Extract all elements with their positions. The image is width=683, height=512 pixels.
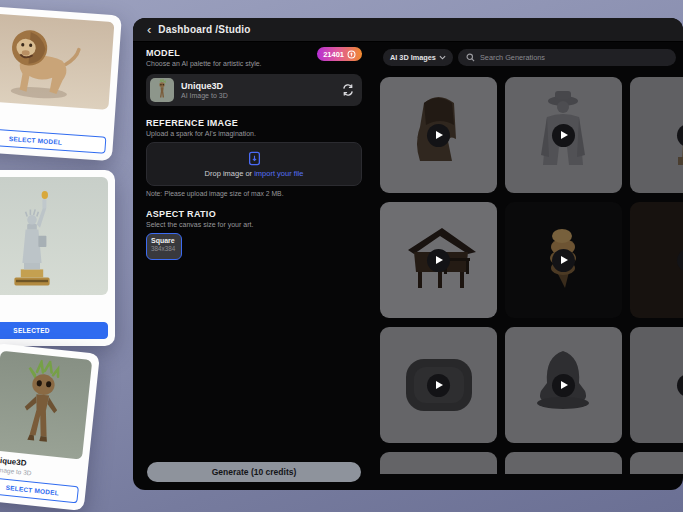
select-model-button[interactable]: SELECT MODEL <box>0 477 79 504</box>
image-dropzone[interactable]: Drop image or import your file <box>146 142 362 186</box>
selected-model-button[interactable]: SELECTED <box>0 322 108 339</box>
upload-note: Note: Please upload image size of max 2 … <box>146 190 362 197</box>
model-card-lion[interactable]: o 3D t to 3D SELECT MODEL <box>0 5 122 161</box>
gallery-filter-dropdown[interactable]: AI 3D Images <box>383 49 453 66</box>
credits-coin-icon <box>347 50 356 59</box>
lion-3d-preview <box>0 12 114 110</box>
credits-badge[interactable]: 21401 <box>317 47 362 61</box>
groot-thumb-image <box>154 79 170 102</box>
model-card-statue[interactable]: PAR3D Image to 3D SELECTED <box>0 170 115 346</box>
generate-button[interactable]: Generate (10 credits) <box>147 462 361 482</box>
generations-grid <box>380 77 683 474</box>
generation-settings-column: MODEL Choose an AI palette for artistic … <box>146 48 362 484</box>
statue-of-liberty-image <box>0 183 65 295</box>
selected-model-thumbnail <box>150 78 174 102</box>
aspect-option-label: Square <box>151 237 177 244</box>
model-section-subheading: Choose an AI palette for artistic style. <box>146 60 362 67</box>
generation-tile-stilt-hut[interactable] <box>380 202 497 318</box>
drop-text: Drop image or <box>205 169 255 178</box>
selected-model-card[interactable]: Unique3D AI Image to 3D <box>146 74 362 106</box>
panel-header: ‹ Dashboard /Studio <box>133 18 683 42</box>
select-model-button[interactable]: SELECT MODEL <box>0 127 106 154</box>
back-chevron-icon[interactable]: ‹ <box>147 23 151 36</box>
play-triangle <box>561 131 568 139</box>
play-icon[interactable] <box>552 249 575 272</box>
play-icon[interactable] <box>552 124 575 147</box>
groot-image <box>6 357 76 458</box>
reference-section-subheading: Upload a spark for AI's imagination. <box>146 130 362 137</box>
play-triangle <box>436 381 443 389</box>
statue-3d-preview <box>0 177 108 295</box>
change-model-icon[interactable] <box>342 84 354 96</box>
play-triangle <box>436 131 443 139</box>
red-character-thumbnail <box>630 202 683 318</box>
groot-3d-preview <box>0 351 92 460</box>
selected-model-name: Unique3D <box>181 81 335 91</box>
plain-thumbnail <box>380 452 497 474</box>
play-icon[interactable] <box>552 374 575 397</box>
generation-tile-statue[interactable] <box>630 77 683 193</box>
play-triangle <box>561 256 568 264</box>
chevron-down-icon <box>439 55 446 60</box>
gallery-filter-label: AI 3D Images <box>390 53 436 62</box>
model-card-groot[interactable]: Unique3D AI Image to 3D SELECT MODEL <box>0 343 100 511</box>
credits-count: 21401 <box>323 50 344 59</box>
selected-model-mode: AI Image to 3D <box>181 92 335 99</box>
studio-panel: ‹ Dashboard /Studio MODEL Choose an AI p… <box>133 18 683 490</box>
generation-tile-plain[interactable] <box>505 452 622 474</box>
generation-tile-suited-figure[interactable] <box>505 77 622 193</box>
model-card-title: PAR3D <box>0 300 108 309</box>
play-icon[interactable] <box>427 374 450 397</box>
reference-section-heading: REFERENCE IMAGE <box>146 118 362 128</box>
play-triangle <box>561 381 568 389</box>
generation-tile-soft-serve[interactable] <box>505 202 622 318</box>
aspect-section-heading: ASPECT RATIO <box>146 209 362 219</box>
upload-file-icon <box>248 151 261 166</box>
aspect-option-dimensions: 384x384 <box>151 245 177 252</box>
statue-thumbnail <box>630 77 683 193</box>
generation-tile-bust[interactable] <box>380 77 497 193</box>
generation-tile-plain[interactable] <box>630 452 683 474</box>
play-icon[interactable] <box>427 124 450 147</box>
generation-tile-plain[interactable] <box>380 452 497 474</box>
breadcrumb[interactable]: Dashboard /Studio <box>158 24 250 35</box>
search-input[interactable] <box>480 53 668 62</box>
plain-thumbnail <box>505 452 622 474</box>
aspect-option-square[interactable]: Square 384x384 <box>146 233 182 260</box>
gallery-search-bar[interactable] <box>458 49 676 66</box>
generation-tile-hooded-figure[interactable] <box>505 327 622 443</box>
search-icon <box>466 53 475 62</box>
generation-tile-red-character[interactable] <box>630 202 683 318</box>
generation-tile-tv-cushion[interactable] <box>380 327 497 443</box>
model-card-subtitle: Image to 3D <box>0 310 108 317</box>
play-icon[interactable] <box>427 249 450 272</box>
lion-image <box>0 12 114 110</box>
generation-tile-dark-figure[interactable] <box>630 327 683 443</box>
aspect-section-subheading: Select the canvas size for your art. <box>146 221 362 228</box>
play-triangle <box>436 256 443 264</box>
dark-figure-thumbnail <box>630 327 683 443</box>
plain-thumbnail <box>630 452 683 474</box>
import-file-link[interactable]: import your file <box>254 169 303 178</box>
